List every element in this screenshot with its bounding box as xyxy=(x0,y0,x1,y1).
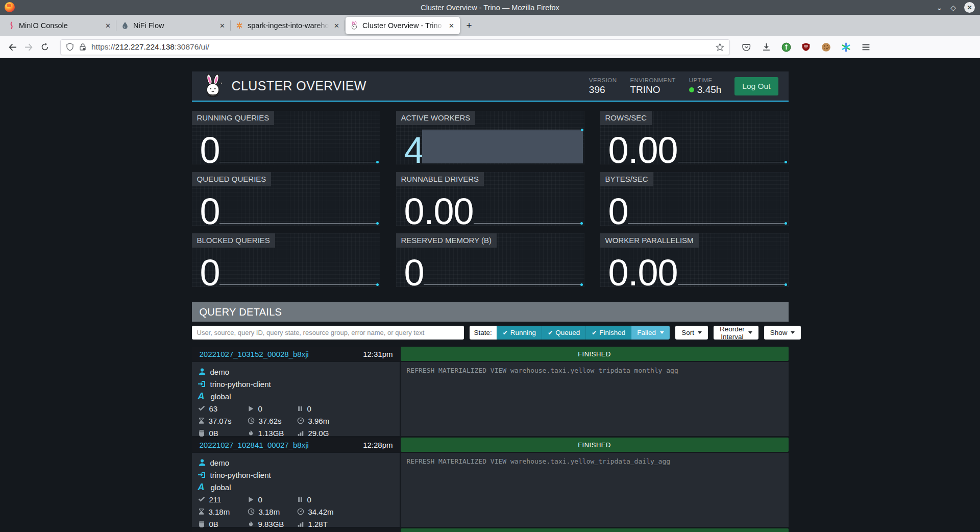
query-sql-text: REFRESH MATERIALIZED VIEW warehouse.taxi… xyxy=(407,367,782,374)
reload-icon[interactable] xyxy=(37,39,53,55)
url-path: :30876/ui/ xyxy=(175,42,209,51)
completed-check-icon xyxy=(198,496,205,503)
sparkline-area xyxy=(422,130,583,163)
stat-label: RUNNING QUERIES xyxy=(192,111,275,125)
uptime-value: 3.45h xyxy=(697,84,722,95)
sort-dropdown[interactable]: Sort xyxy=(675,326,708,340)
navigation-toolbar: https://212.227.224.138:30876/ui/ xyxy=(0,36,980,58)
query-status-badge: FINISHED xyxy=(401,438,789,452)
stat-queued-queries: QUEUED QUERIES 0 xyxy=(192,172,380,226)
uptime-label: UPTIME xyxy=(689,77,722,83)
state-queued-button[interactable]: Queued xyxy=(542,326,585,340)
extension-ublock-icon[interactable] xyxy=(798,39,814,55)
stat-value: 4 xyxy=(404,132,424,168)
extension-privacy-icon[interactable] xyxy=(778,39,794,55)
stat-bytes-sec: BYTES/SEC 0 xyxy=(600,172,789,226)
forward-icon[interactable] xyxy=(20,39,37,55)
tab-close-icon[interactable]: ✕ xyxy=(448,21,455,31)
firefox-icon xyxy=(5,2,15,12)
trino-bunny-logo xyxy=(203,74,223,99)
sparkline xyxy=(678,284,787,285)
stat-value: 0 xyxy=(608,193,628,230)
version-value: 396 xyxy=(589,84,617,95)
state-finished-button[interactable]: Finished xyxy=(585,326,631,340)
stat-label: BYTES/SEC xyxy=(600,172,653,186)
environment-block: ENVIRONMENT TRINO xyxy=(630,77,675,95)
stat-label: QUEUED QUERIES xyxy=(192,172,272,186)
chevron-down-icon xyxy=(698,331,702,334)
tab-spark-notebook[interactable]: spark-ingest-into-warehou ✕ xyxy=(231,15,345,36)
peak-memory-flame-icon xyxy=(248,520,254,527)
query-row: 20221027_103152_00028_b8xji 12:31pm FINI… xyxy=(192,347,789,436)
bookmark-star-icon[interactable] xyxy=(716,43,724,52)
query-search-input[interactable] xyxy=(192,326,464,340)
query-status-badge: FINISHED xyxy=(401,528,789,532)
url-text[interactable]: https://212.227.224.138:30876/ui/ xyxy=(91,42,711,52)
maximize-button[interactable]: ◇ xyxy=(950,4,956,11)
source-sign-in-icon xyxy=(198,471,206,479)
stat-label: BLOCKED QUERIES xyxy=(192,233,275,248)
query-time: 12:28pm xyxy=(363,441,393,449)
show-dropdown[interactable]: Show xyxy=(764,326,801,340)
close-button[interactable]: ✕ xyxy=(964,2,975,13)
query-details-header: QUERY DETAILS xyxy=(192,302,789,322)
sparkline xyxy=(424,284,582,285)
tab-nifi-flow[interactable]: NiFi Flow ✕ xyxy=(116,15,231,36)
back-icon[interactable] xyxy=(4,39,20,55)
query-id-link[interactable]: 20221027_102841_00027_b8xji xyxy=(200,441,309,449)
sparkline xyxy=(219,284,378,285)
logout-button[interactable]: Log Out xyxy=(734,77,778,95)
pocket-icon[interactable] xyxy=(738,39,754,55)
stat-label: ACTIVE WORKERS xyxy=(396,111,476,125)
tab-label: spark-ingest-into-warehou xyxy=(248,21,329,30)
environment-value: TRINO xyxy=(630,84,675,95)
cumulative-memory-chart-icon xyxy=(297,430,304,437)
wall-time-hourglass-icon xyxy=(198,508,205,515)
running-play-icon xyxy=(248,405,254,412)
query-id-link[interactable]: 20221027_103152_00028_b8xji xyxy=(200,350,309,358)
url-scheme: https:// xyxy=(91,42,115,51)
page-title: CLUSTER OVERVIEW xyxy=(232,79,366,93)
cpu-time-clock-icon xyxy=(248,508,255,515)
tab-cluster-overview-active[interactable]: Cluster Overview - Trino ✕ xyxy=(346,17,460,34)
cumulative-time-gauge-icon xyxy=(297,417,304,424)
window-titlebar: Cluster Overview - Trino — Mozilla Firef… xyxy=(0,0,980,15)
environment-label: ENVIRONMENT xyxy=(630,77,675,83)
new-tab-button[interactable]: + xyxy=(460,15,478,36)
extension-cookie-icon[interactable] xyxy=(818,39,834,55)
trino-bunny-icon xyxy=(350,21,358,30)
current-memory-icon xyxy=(198,521,205,527)
stat-label: RESERVED MEMORY (B) xyxy=(396,233,497,248)
current-memory-icon xyxy=(198,430,205,437)
url-bar[interactable]: https://212.227.224.138:30876/ui/ xyxy=(60,39,730,55)
sparkline xyxy=(628,223,787,224)
tab-close-icon[interactable]: ✕ xyxy=(104,21,112,31)
tab-close-icon[interactable]: ✕ xyxy=(218,21,226,31)
tab-minio-console[interactable]: MinIO Console ✕ xyxy=(2,15,116,36)
state-failed-dropdown[interactable]: Failed xyxy=(631,326,670,340)
downloads-icon[interactable] xyxy=(758,39,774,55)
nifi-drop-icon xyxy=(121,21,129,30)
sparkline xyxy=(219,223,378,224)
firefox-window: Cluster Overview - Trino — Mozilla Firef… xyxy=(0,0,980,532)
trino-page: CLUSTER OVERVIEW VERSION 396 ENVIRONMENT… xyxy=(0,58,980,532)
running-play-icon xyxy=(248,496,254,503)
stat-blocked-queries: BLOCKED QUERIES 0 xyxy=(192,233,380,287)
menu-hamburger-icon[interactable] xyxy=(857,39,874,55)
state-running-button[interactable]: Running xyxy=(497,326,542,340)
queued-pause-icon xyxy=(297,405,303,412)
stat-rows-sec: ROWS/SEC 0.00 xyxy=(600,111,789,164)
tracking-shield-icon[interactable] xyxy=(66,43,74,51)
query-resource-group: global xyxy=(211,483,231,492)
extension-asterisk-icon[interactable] xyxy=(838,39,854,55)
query-time: 12:31pm xyxy=(363,350,393,358)
tab-close-icon[interactable]: ✕ xyxy=(333,21,340,31)
reorder-interval-dropdown[interactable]: Reorder Interval xyxy=(714,326,758,340)
stat-value: 0.00 xyxy=(608,254,678,291)
uptime-status-dot xyxy=(689,87,694,92)
cpu-time-clock-icon xyxy=(248,417,255,424)
minimize-button[interactable]: ⌄ xyxy=(936,4,942,11)
resource-group-icon: A xyxy=(198,391,207,402)
chevron-down-icon xyxy=(660,331,664,334)
lock-warning-icon[interactable] xyxy=(79,43,87,51)
